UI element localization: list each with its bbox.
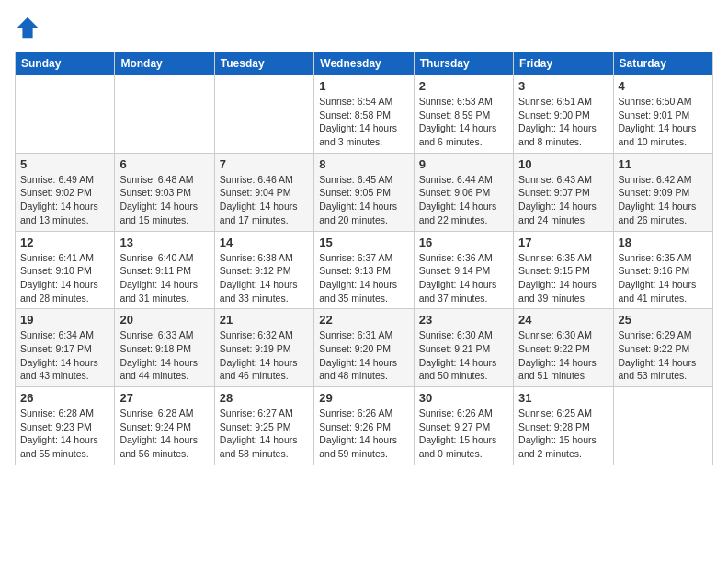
calendar-header-thursday: Thursday	[414, 52, 513, 75]
day-info: Sunrise: 6:49 AM Sunset: 9:02 PM Dayligh…	[20, 173, 109, 227]
calendar-cell: 13Sunrise: 6:40 AM Sunset: 9:11 PM Dayli…	[115, 231, 214, 309]
day-number: 18	[619, 236, 708, 249]
calendar-cell: 15Sunrise: 6:37 AM Sunset: 9:13 PM Dayli…	[314, 231, 414, 309]
day-info: Sunrise: 6:54 AM Sunset: 8:58 PM Dayligh…	[319, 95, 408, 149]
day-number: 7	[220, 157, 309, 171]
calendar-week-4: 19Sunrise: 6:34 AM Sunset: 9:17 PM Dayli…	[16, 309, 713, 387]
day-info: Sunrise: 6:28 AM Sunset: 9:24 PM Dayligh…	[119, 407, 209, 461]
day-number: 2	[419, 79, 508, 93]
calendar-week-3: 12Sunrise: 6:41 AM Sunset: 9:10 PM Dayli…	[16, 231, 713, 309]
day-info: Sunrise: 6:26 AM Sunset: 9:26 PM Dayligh…	[319, 407, 408, 461]
calendar-cell: 3Sunrise: 6:51 AM Sunset: 9:00 PM Daylig…	[514, 75, 613, 154]
calendar-cell: 1Sunrise: 6:54 AM Sunset: 8:58 PM Daylig…	[314, 75, 414, 154]
calendar-header-saturday: Saturday	[613, 52, 712, 75]
day-number: 24	[518, 313, 608, 327]
day-number: 29	[319, 391, 408, 405]
calendar-cell: 23Sunrise: 6:30 AM Sunset: 9:21 PM Dayli…	[414, 309, 513, 387]
day-number: 11	[619, 157, 708, 171]
day-info: Sunrise: 6:50 AM Sunset: 9:01 PM Dayligh…	[619, 95, 708, 149]
calendar-cell	[214, 75, 313, 154]
day-info: Sunrise: 6:30 AM Sunset: 9:21 PM Dayligh…	[419, 328, 508, 383]
svg-marker-0	[17, 17, 38, 38]
day-info: Sunrise: 6:28 AM Sunset: 9:23 PM Dayligh…	[20, 407, 109, 461]
day-info: Sunrise: 6:41 AM Sunset: 9:10 PM Dayligh…	[20, 251, 109, 305]
calendar-header-row: SundayMondayTuesdayWednesdayThursdayFrid…	[16, 52, 713, 75]
calendar-cell: 5Sunrise: 6:49 AM Sunset: 9:02 PM Daylig…	[16, 153, 115, 231]
day-number: 8	[319, 157, 408, 171]
day-number: 20	[119, 313, 209, 327]
calendar-cell: 21Sunrise: 6:32 AM Sunset: 9:19 PM Dayli…	[214, 309, 313, 387]
day-number: 9	[419, 157, 508, 171]
calendar: SundayMondayTuesdayWednesdayThursdayFrid…	[15, 52, 713, 465]
calendar-cell: 19Sunrise: 6:34 AM Sunset: 9:17 PM Dayli…	[16, 309, 115, 387]
day-number: 22	[319, 313, 408, 327]
calendar-cell: 14Sunrise: 6:38 AM Sunset: 9:12 PM Dayli…	[214, 231, 313, 309]
calendar-header-monday: Monday	[115, 52, 214, 75]
day-number: 31	[518, 391, 608, 405]
logo	[15, 15, 44, 40]
day-info: Sunrise: 6:31 AM Sunset: 9:20 PM Dayligh…	[319, 328, 408, 383]
calendar-cell: 24Sunrise: 6:30 AM Sunset: 9:22 PM Dayli…	[514, 309, 613, 387]
day-number: 25	[619, 313, 708, 327]
calendar-cell: 30Sunrise: 6:26 AM Sunset: 9:27 PM Dayli…	[414, 387, 513, 465]
day-number: 14	[220, 236, 309, 249]
calendar-cell: 31Sunrise: 6:25 AM Sunset: 9:28 PM Dayli…	[514, 387, 613, 465]
day-number: 27	[119, 391, 209, 405]
day-info: Sunrise: 6:35 AM Sunset: 9:16 PM Dayligh…	[619, 251, 708, 305]
calendar-cell: 18Sunrise: 6:35 AM Sunset: 9:16 PM Dayli…	[613, 231, 712, 309]
calendar-week-1: 1Sunrise: 6:54 AM Sunset: 8:58 PM Daylig…	[16, 75, 713, 154]
calendar-header-sunday: Sunday	[16, 52, 115, 75]
calendar-cell: 6Sunrise: 6:48 AM Sunset: 9:03 PM Daylig…	[115, 153, 214, 231]
day-info: Sunrise: 6:34 AM Sunset: 9:17 PM Dayligh…	[20, 328, 109, 383]
day-number: 16	[419, 236, 508, 249]
day-info: Sunrise: 6:33 AM Sunset: 9:18 PM Dayligh…	[119, 328, 209, 383]
day-info: Sunrise: 6:45 AM Sunset: 9:05 PM Dayligh…	[319, 173, 408, 227]
day-number: 21	[220, 313, 309, 327]
calendar-cell: 11Sunrise: 6:42 AM Sunset: 9:09 PM Dayli…	[613, 153, 712, 231]
day-info: Sunrise: 6:35 AM Sunset: 9:15 PM Dayligh…	[518, 251, 608, 305]
day-number: 28	[220, 391, 309, 405]
calendar-cell	[613, 387, 712, 465]
day-number: 26	[20, 391, 109, 405]
calendar-cell: 8Sunrise: 6:45 AM Sunset: 9:05 PM Daylig…	[314, 153, 414, 231]
logo-icon	[15, 15, 40, 40]
day-info: Sunrise: 6:40 AM Sunset: 9:11 PM Dayligh…	[119, 251, 209, 305]
calendar-body: 1Sunrise: 6:54 AM Sunset: 8:58 PM Daylig…	[16, 75, 713, 465]
day-number: 13	[119, 236, 209, 249]
calendar-cell: 4Sunrise: 6:50 AM Sunset: 9:01 PM Daylig…	[613, 75, 712, 154]
calendar-cell: 12Sunrise: 6:41 AM Sunset: 9:10 PM Dayli…	[16, 231, 115, 309]
day-info: Sunrise: 6:53 AM Sunset: 8:59 PM Dayligh…	[419, 95, 508, 149]
day-number: 3	[518, 79, 608, 93]
day-number: 4	[619, 79, 708, 93]
calendar-cell: 25Sunrise: 6:29 AM Sunset: 9:22 PM Dayli…	[613, 309, 712, 387]
day-info: Sunrise: 6:46 AM Sunset: 9:04 PM Dayligh…	[220, 173, 309, 227]
day-number: 19	[20, 313, 109, 327]
calendar-week-5: 26Sunrise: 6:28 AM Sunset: 9:23 PM Dayli…	[16, 387, 713, 465]
day-info: Sunrise: 6:38 AM Sunset: 9:12 PM Dayligh…	[220, 251, 309, 305]
calendar-cell: 16Sunrise: 6:36 AM Sunset: 9:14 PM Dayli…	[414, 231, 513, 309]
calendar-cell: 2Sunrise: 6:53 AM Sunset: 8:59 PM Daylig…	[414, 75, 513, 154]
day-number: 17	[518, 236, 608, 249]
day-info: Sunrise: 6:43 AM Sunset: 9:07 PM Dayligh…	[518, 173, 608, 227]
calendar-cell: 7Sunrise: 6:46 AM Sunset: 9:04 PM Daylig…	[214, 153, 313, 231]
calendar-cell: 10Sunrise: 6:43 AM Sunset: 9:07 PM Dayli…	[514, 153, 613, 231]
day-info: Sunrise: 6:25 AM Sunset: 9:28 PM Dayligh…	[518, 407, 608, 461]
calendar-header-tuesday: Tuesday	[214, 52, 313, 75]
day-number: 30	[419, 391, 508, 405]
calendar-header-wednesday: Wednesday	[314, 52, 414, 75]
day-number: 12	[20, 236, 109, 249]
day-info: Sunrise: 6:51 AM Sunset: 9:00 PM Dayligh…	[518, 95, 608, 149]
header	[15, 15, 713, 40]
day-number: 6	[119, 157, 209, 171]
day-info: Sunrise: 6:36 AM Sunset: 9:14 PM Dayligh…	[419, 251, 508, 305]
calendar-header-friday: Friday	[514, 52, 613, 75]
day-info: Sunrise: 6:29 AM Sunset: 9:22 PM Dayligh…	[619, 328, 708, 383]
calendar-cell: 22Sunrise: 6:31 AM Sunset: 9:20 PM Dayli…	[314, 309, 414, 387]
calendar-cell	[16, 75, 115, 154]
day-number: 1	[319, 79, 408, 93]
day-info: Sunrise: 6:26 AM Sunset: 9:27 PM Dayligh…	[419, 407, 508, 461]
day-info: Sunrise: 6:42 AM Sunset: 9:09 PM Dayligh…	[619, 173, 708, 227]
day-number: 5	[20, 157, 109, 171]
calendar-week-2: 5Sunrise: 6:49 AM Sunset: 9:02 PM Daylig…	[16, 153, 713, 231]
calendar-cell: 29Sunrise: 6:26 AM Sunset: 9:26 PM Dayli…	[314, 387, 414, 465]
